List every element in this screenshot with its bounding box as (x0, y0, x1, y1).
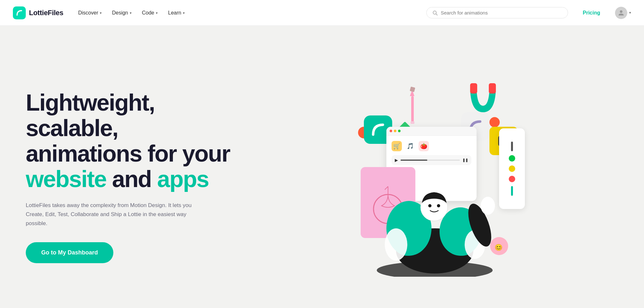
browser-dot-green (398, 130, 401, 132)
logo-icon (13, 6, 26, 19)
orange-ball-right (489, 117, 500, 127)
nav-item-learn[interactable]: Learn ▾ (164, 7, 189, 18)
chevron-down-icon: ▾ (629, 11, 631, 15)
logo-text: LottieFiles (29, 9, 63, 17)
nav-item-code[interactable]: Code ▾ (137, 7, 162, 18)
browser-dot-red (390, 130, 392, 132)
character-illustration: 😊 (354, 154, 515, 277)
browser-dot-yellow (394, 130, 396, 132)
nav-item-design[interactable]: Design ▾ (108, 7, 136, 18)
search-icon (432, 10, 438, 15)
svg-point-28 (437, 204, 440, 207)
cta-dashboard-button[interactable]: Go to My Dashboard (26, 242, 113, 263)
illustration-container: 🛒 🎵 🍅 ▶ ❚❚ (345, 77, 525, 277)
pricing-link[interactable]: Pricing (578, 7, 605, 18)
logo-link[interactable]: LottieFiles (13, 6, 63, 19)
svg-text:😊: 😊 (495, 243, 503, 251)
svg-point-2 (620, 10, 622, 13)
search-bar (426, 7, 568, 18)
hero-title: Lightweight, scalable, animations for yo… (26, 90, 251, 192)
hero-subtitle: LottieFiles takes away the complexity fr… (26, 201, 193, 228)
teal-magnet-icon (470, 83, 496, 117)
music-icon: 🎵 (405, 141, 415, 151)
chevron-down-icon: ▾ (183, 11, 185, 15)
svg-point-27 (428, 204, 431, 207)
hero-content: Lightweight, scalable, animations for yo… (26, 90, 251, 263)
color-bar-dark (511, 142, 513, 151)
chevron-down-icon: ▾ (100, 11, 102, 15)
nav-item-discover[interactable]: Discover ▾ (74, 7, 106, 18)
svg-point-23 (481, 197, 495, 215)
hero-section: Lightweight, scalable, animations for yo… (0, 26, 644, 308)
browser-row-1: 🛒 🎵 🍅 (392, 141, 471, 151)
avatar (615, 7, 627, 19)
svg-rect-8 (489, 83, 496, 94)
browser-top-bar (386, 127, 477, 136)
cart-icon: 🛒 (392, 141, 402, 151)
svg-rect-7 (470, 83, 477, 94)
svg-rect-6 (410, 86, 415, 92)
search-input[interactable] (441, 10, 562, 15)
hero-illustration: 🛒 🎵 🍅 ▶ ❚❚ (251, 64, 618, 290)
nav-links: Discover ▾ Design ▾ Code ▾ Learn ▾ (74, 7, 416, 18)
fruit-icon: 🍅 (419, 141, 429, 151)
svg-rect-5 (411, 121, 414, 124)
svg-point-20 (385, 228, 407, 261)
user-avatar-button[interactable]: ▾ (615, 7, 631, 19)
navbar: LottieFiles Discover ▾ Design ▾ Code ▾ L… (0, 0, 644, 26)
chevron-down-icon: ▾ (130, 11, 132, 15)
chevron-down-icon: ▾ (156, 11, 158, 15)
svg-rect-3 (411, 96, 414, 122)
pink-pencil-icon (407, 86, 417, 130)
svg-line-1 (436, 14, 437, 15)
